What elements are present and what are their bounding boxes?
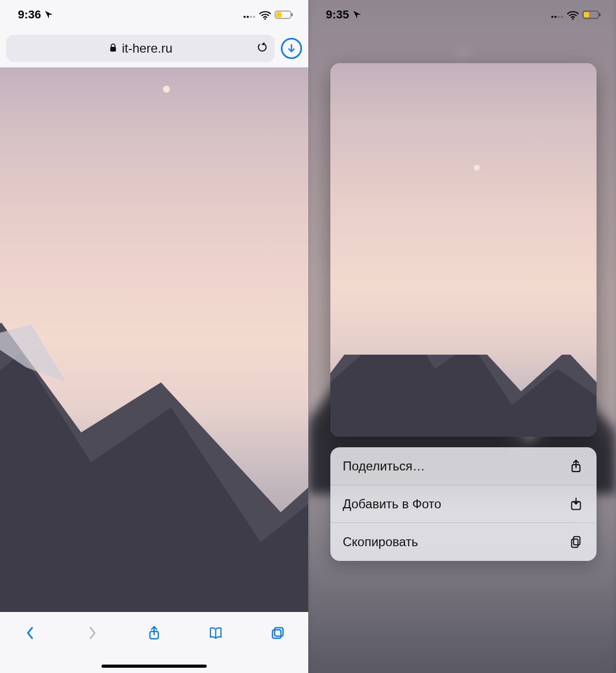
status-time: 9:35 (326, 8, 349, 22)
screenshot-context-menu: 9:35 Поделиться… Добавить в Фото Скопиро… (308, 0, 617, 673)
status-bar: 9:35 (308, 0, 617, 29)
cellular-icon (551, 11, 563, 19)
wifi-icon (567, 9, 579, 20)
status-time: 9:36 (18, 8, 41, 22)
battery-icon (275, 8, 294, 22)
menu-item-label: Поделиться… (343, 459, 426, 474)
home-indicator[interactable] (102, 665, 207, 668)
forward-button (80, 621, 104, 645)
menu-item-label: Добавить в Фото (343, 497, 441, 511)
status-bar: 9:36 (0, 0, 308, 29)
url-text: it-here.ru (122, 41, 173, 56)
image-preview-card[interactable] (330, 63, 597, 437)
screenshot-safari: 9:36 it-here.ru (0, 0, 308, 673)
back-button[interactable] (19, 621, 42, 645)
menu-item-copy[interactable]: Скопировать (330, 523, 597, 561)
browser-top-chrome: 9:36 it-here.ru (0, 0, 308, 67)
bookmarks-button[interactable] (204, 621, 227, 645)
location-icon (352, 10, 362, 19)
page-content-image[interactable] (0, 67, 308, 612)
share-button[interactable] (143, 621, 166, 645)
mountain-shape (0, 313, 308, 612)
menu-item-add-to-photos[interactable]: Добавить в Фото (330, 485, 597, 523)
address-bar[interactable]: it-here.ru (6, 35, 275, 62)
context-menu: Поделиться… Добавить в Фото Скопировать (330, 447, 597, 561)
save-image-icon (568, 497, 584, 511)
location-icon (44, 10, 54, 19)
lock-icon (108, 41, 118, 56)
battery-icon (582, 8, 601, 22)
menu-item-share[interactable]: Поделиться… (330, 447, 597, 485)
copy-icon (568, 535, 584, 549)
tabs-button[interactable] (266, 621, 289, 645)
menu-item-label: Скопировать (343, 535, 418, 549)
mountain-shape (330, 355, 597, 437)
browser-toolbar (0, 612, 308, 673)
share-icon (568, 459, 584, 474)
downloads-button[interactable] (281, 38, 302, 59)
reload-button[interactable] (256, 41, 267, 56)
cellular-icon (243, 11, 256, 19)
wifi-icon (259, 9, 271, 20)
